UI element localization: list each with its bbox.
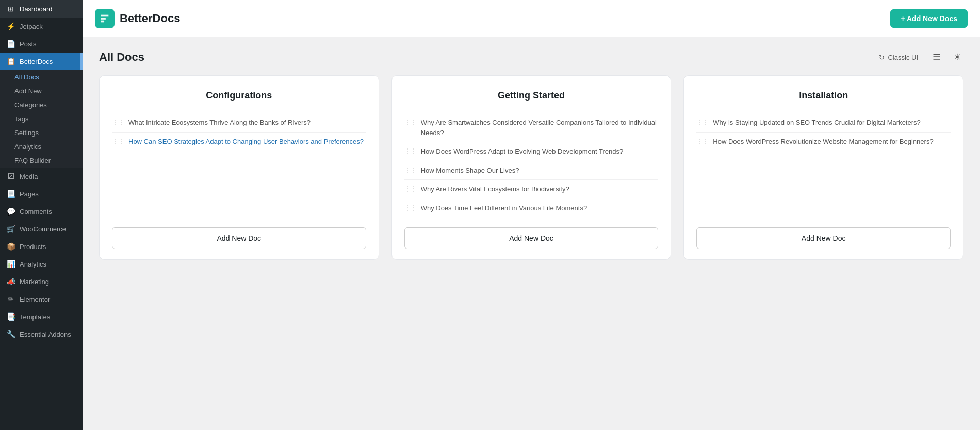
essential-addons-icon: 🔧 (6, 329, 15, 339)
sidebar-label-analytics: Analytics (20, 260, 46, 268)
media-icon: 🖼 (6, 172, 15, 181)
card-items-configurations: ⋮⋮ What Intricate Ecosystems Thrive Alon… (112, 113, 366, 217)
sidebar-item-pages[interactable]: 📃 Pages (0, 185, 83, 203)
list-item: ⋮⋮ How Can SEO Strategies Adapt to Chang… (112, 132, 366, 151)
sidebar-label-pages: Pages (20, 190, 39, 198)
content-area: All Docs ↻ Classic UI ☰ ☀ Configurations (83, 37, 980, 430)
sun-icon: ☀ (953, 52, 961, 62)
add-doc-button-getting-started[interactable]: Add New Doc (404, 227, 659, 249)
sidebar-label-products: Products (20, 243, 46, 251)
sidebar-item-media[interactable]: 🖼 Media (0, 168, 83, 185)
comments-icon: 💬 (6, 207, 15, 216)
card-configurations: Configurations ⋮⋮ What Intricate Ecosyst… (99, 75, 379, 260)
page-title-bar: All Docs ↻ Classic UI ☰ ☀ (99, 49, 963, 65)
card-item-text: Why Does Time Feel Different in Various … (421, 203, 587, 213)
woocommerce-icon: 🛒 (6, 224, 15, 234)
sidebar-item-marketing[interactable]: 📣 Marketing (0, 273, 83, 290)
sidebar-item-dashboard[interactable]: ⊞ Dashboard (0, 0, 83, 18)
card-items-installation: ⋮⋮ Why is Staying Updated on SEO Trends … (696, 113, 951, 217)
drag-handle-icon: ⋮⋮ (404, 167, 417, 174)
sidebar-label-templates: Templates (20, 313, 50, 321)
submenu-item-add-new[interactable]: Add New (0, 84, 83, 98)
drag-handle-icon: ⋮⋮ (404, 119, 417, 126)
card-item-text: Why Are Rivers Vital Ecosystems for Biod… (421, 184, 569, 194)
cards-grid: Configurations ⋮⋮ What Intricate Ecosyst… (99, 75, 963, 260)
card-item-link[interactable]: How Can SEO Strategies Adapt to Changing… (128, 137, 364, 147)
submenu-item-analytics[interactable]: Analytics (0, 140, 83, 154)
classic-ui-button[interactable]: ↻ Classic UI (875, 52, 922, 63)
sidebar-item-jetpack[interactable]: ⚡ Jetpack (0, 18, 83, 35)
main-area: BetterDocs + Add New Docs All Docs ↻ Cla… (83, 0, 980, 430)
posts-icon: 📄 (6, 39, 15, 48)
list-item: ⋮⋮ What Intricate Ecosystems Thrive Alon… (112, 113, 366, 132)
pages-icon: 📃 (6, 189, 15, 199)
page-title: All Docs (99, 51, 144, 64)
list-item: ⋮⋮ Why Are Smartwatches Considered Versa… (404, 113, 659, 142)
logo-area: BetterDocs (95, 9, 180, 28)
card-title-configurations: Configurations (112, 90, 366, 101)
marketing-icon: 📣 (6, 277, 15, 286)
card-items-getting-started: ⋮⋮ Why Are Smartwatches Considered Versa… (404, 113, 659, 217)
submenu-item-all-docs[interactable]: All Docs (0, 70, 83, 84)
drag-handle-icon: ⋮⋮ (404, 185, 417, 192)
list-item: ⋮⋮ Why is Staying Updated on SEO Trends … (696, 113, 951, 132)
sidebar-label-essential-addons: Essential Addons (20, 330, 71, 338)
add-doc-button-configurations[interactable]: Add New Doc (112, 227, 366, 249)
refresh-icon: ↻ (879, 54, 885, 61)
list-item: ⋮⋮ How Does WordPress Adapt to Evolving … (404, 142, 659, 161)
card-installation: Installation ⋮⋮ Why is Staying Updated o… (683, 75, 963, 260)
list-item: ⋮⋮ Why Does Time Feel Different in Vario… (404, 199, 659, 218)
sidebar-item-templates[interactable]: 📑 Templates (0, 308, 83, 325)
card-item-text: Why is Staying Updated on SEO Trends Cru… (713, 118, 920, 128)
betterdocs-icon: 📋 (6, 57, 15, 66)
sidebar-item-products[interactable]: 📦 Products (0, 238, 83, 255)
sidebar-item-analytics[interactable]: 📊 Analytics (0, 255, 83, 273)
list-item: ⋮⋮ Why Are Rivers Vital Ecosystems for B… (404, 179, 659, 199)
sidebar-label-woocommerce: WooCommerce (20, 225, 66, 233)
card-title-getting-started: Getting Started (404, 90, 659, 101)
title-actions: ↻ Classic UI ☰ ☀ (875, 49, 963, 65)
sidebar-label-media: Media (20, 173, 38, 180)
elementor-icon: ✏ (6, 294, 15, 304)
sidebar-item-betterdocs[interactable]: 📋 BetterDocs (0, 53, 83, 70)
drag-handle-icon: ⋮⋮ (696, 119, 709, 126)
submenu-item-tags[interactable]: Tags (0, 112, 83, 126)
submenu-item-categories[interactable]: Categories (0, 98, 83, 112)
drag-handle-icon: ⋮⋮ (112, 138, 124, 145)
sidebar-label-betterdocs: BetterDocs (20, 58, 53, 65)
sidebar-item-comments[interactable]: 💬 Comments (0, 203, 83, 220)
betterdocs-submenu: All Docs Add New Categories Tags Setting… (0, 70, 83, 168)
sidebar-label-dashboard: Dashboard (20, 5, 53, 13)
submenu-item-settings[interactable]: Settings (0, 126, 83, 140)
sidebar-label-marketing: Marketing (20, 278, 49, 286)
jetpack-icon: ⚡ (6, 22, 15, 31)
templates-icon: 📑 (6, 312, 15, 321)
add-new-docs-button[interactable]: + Add New Docs (890, 9, 968, 28)
card-item-text: How Moments Shape Our Lives? (421, 166, 519, 176)
sidebar-label-posts: Posts (20, 40, 37, 48)
sidebar-item-elementor[interactable]: ✏ Elementor (0, 290, 83, 308)
drag-handle-icon: ⋮⋮ (404, 147, 417, 155)
sidebar-label-elementor: Elementor (20, 295, 50, 303)
card-item-text: What Intricate Ecosystems Thrive Along t… (128, 118, 311, 128)
card-title-installation: Installation (696, 90, 951, 101)
logo-text: BetterDocs (120, 12, 180, 25)
sidebar-item-woocommerce[interactable]: 🛒 WooCommerce (0, 220, 83, 238)
menu-icon-button[interactable]: ☰ (930, 49, 943, 65)
list-item: ⋮⋮ How Moments Shape Our Lives? (404, 161, 659, 180)
card-getting-started: Getting Started ⋮⋮ Why Are Smartwatches … (391, 75, 672, 260)
drag-handle-icon: ⋮⋮ (404, 204, 417, 211)
sidebar-item-essential-addons[interactable]: 🔧 Essential Addons (0, 325, 83, 343)
list-item: ⋮⋮ How Does WordPress Revolutionize Webs… (696, 132, 951, 151)
submenu-item-faq-builder[interactable]: FAQ Builder (0, 154, 83, 168)
logo-icon (95, 9, 115, 28)
card-item-text: How Does WordPress Revolutionize Website… (713, 137, 933, 147)
products-icon: 📦 (6, 242, 15, 251)
drag-handle-icon: ⋮⋮ (112, 119, 124, 126)
card-item-text: How Does WordPress Adapt to Evolving Web… (421, 146, 624, 157)
analytics-icon: 📊 (6, 259, 15, 269)
sidebar-label-jetpack: Jetpack (20, 23, 43, 30)
theme-toggle-button[interactable]: ☀ (951, 49, 963, 65)
sidebar-item-posts[interactable]: 📄 Posts (0, 35, 83, 53)
add-doc-button-installation[interactable]: Add New Doc (696, 227, 951, 249)
